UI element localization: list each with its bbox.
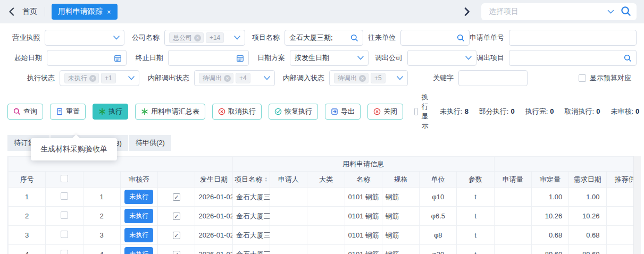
cell-audit[interactable]: 未执行 (120, 207, 157, 226)
end-date-label: 终止日期 (127, 53, 168, 63)
wrap-display-label: 换行显示 (422, 92, 432, 131)
status-button[interactable]: 未执行 (124, 190, 153, 204)
column-header-date: 发生日期 (195, 172, 232, 188)
checked-checkbox[interactable]: ✓ (173, 232, 180, 239)
date-scheme-select[interactable]: 按发生日期 (290, 50, 369, 66)
selected-tag: 待调出× (334, 73, 369, 83)
cell-approvedQty: 10.26 (531, 207, 568, 226)
cell-chk[interactable]: ✓ (158, 188, 195, 207)
tab-home[interactable]: 首页 (22, 7, 37, 16)
execute-button[interactable]: 执行 (93, 104, 128, 120)
search-icon[interactable] (457, 34, 465, 42)
column-header-sel[interactable] (46, 172, 83, 188)
wrap-display-checkbox[interactable]: 换行显示 (414, 92, 432, 131)
remove-tag-icon[interactable]: × (194, 35, 201, 41)
show-budget-checkbox[interactable]: 显示预算对应 (579, 73, 631, 83)
cell-sel[interactable] (46, 188, 83, 207)
export-button[interactable]: 导出 (325, 104, 361, 120)
start-date-input[interactable] (47, 50, 127, 66)
cancel-execute-button[interactable]: 取消执行 (212, 104, 262, 120)
counterpart-unit-input[interactable] (400, 30, 470, 46)
cell-audit[interactable]: 未执行 (120, 226, 157, 245)
close-tab-icon[interactable]: × (107, 8, 111, 16)
select-all-checkbox[interactable] (61, 175, 68, 182)
internal-transfer-in-status-multiselect[interactable]: 待调出× +5 (329, 70, 408, 86)
close-button[interactable]: 关闭 (367, 104, 403, 120)
cell-chk[interactable]: ✓ (158, 245, 195, 254)
cell-sub: 2 (83, 207, 120, 226)
expand-chevron-icon[interactable] (461, 6, 473, 18)
cell-no: 4 (9, 245, 46, 254)
project-select[interactable]: 选择项目 (481, 3, 637, 20)
status-button[interactable]: 未执行 (124, 228, 153, 242)
cell-project: 金石大厦三期 (232, 188, 270, 207)
application-number-input[interactable] (509, 30, 637, 46)
chevron-down-icon (465, 56, 472, 60)
end-date-input[interactable] (168, 50, 249, 66)
query-button[interactable]: 查询 (7, 104, 43, 120)
internal-transfer-out-status-multiselect[interactable]: 待调出× +4 (194, 70, 275, 86)
row-select-checkbox[interactable] (61, 231, 68, 238)
cell-demandDate: 1.00 (569, 188, 606, 207)
calendar-icon[interactable] (114, 54, 122, 62)
cell-demandDate: 89.60 (569, 245, 606, 254)
vertical-scrollbar[interactable] (633, 156, 641, 254)
checked-checkbox[interactable]: ✓ (173, 213, 180, 220)
selected-tag: 待调出× (199, 73, 233, 83)
chevron-down-icon (113, 36, 120, 40)
more-tags-badge: +4 (236, 73, 250, 83)
search-icon[interactable] (350, 34, 358, 42)
checkbox-icon[interactable] (414, 108, 418, 115)
project-name-input[interactable]: 金石大厦三期; (285, 30, 363, 46)
cell-audit[interactable]: 未执行 (120, 188, 157, 207)
remove-tag-icon[interactable]: × (89, 75, 96, 82)
reset-button[interactable]: 重置 (50, 104, 86, 120)
table-row: 22未执行✓2026-01-02金石大厦三期0101 钢筋钢筋φ6.5t10.2… (9, 207, 634, 226)
cell-sel[interactable] (46, 245, 83, 254)
tab-material-application-tracking[interactable]: 用料申请跟踪 × (52, 4, 118, 20)
transfer-out-company-select[interactable] (407, 50, 476, 66)
row-select-checkbox[interactable] (61, 211, 68, 219)
column-header-unit: 单位 (420, 172, 457, 188)
checked-checkbox[interactable]: ✓ (173, 193, 180, 201)
more-tags-badge: +1 (101, 73, 116, 83)
execution-status-multiselect[interactable]: 未执行× +1 (60, 70, 139, 86)
search-icon[interactable] (624, 54, 632, 62)
cell-spec: 钢筋 (382, 207, 419, 226)
column-header-project[interactable]: 项目名称▲▼ (232, 172, 270, 188)
sort-icon[interactable]: ▲▼ (264, 177, 267, 182)
row-select-checkbox[interactable] (61, 192, 68, 200)
cell-unit: φ8 (420, 226, 457, 245)
cell-chk[interactable]: ✓ (158, 207, 195, 226)
cell-approvedQty: 89.60 (531, 245, 568, 254)
cell-chk[interactable]: ✓ (158, 226, 195, 245)
resume-execute-button[interactable]: 恢复执行 (269, 104, 318, 120)
transfer-out-project-input[interactable] (509, 50, 637, 66)
remove-tag-icon[interactable]: × (359, 75, 366, 82)
calendar-icon[interactable] (236, 54, 244, 62)
remove-tag-icon[interactable]: × (224, 75, 231, 82)
material-application-summary-button[interactable]: 用料申请汇总表 (135, 104, 205, 120)
checkbox-icon[interactable] (579, 74, 586, 82)
keyword-input[interactable] (458, 70, 528, 86)
search-icon[interactable] (621, 6, 631, 18)
cell-no: 1 (9, 188, 46, 207)
asterisk-icon (98, 108, 106, 115)
cell-sel[interactable] (46, 207, 83, 226)
topbar-separator (45, 7, 45, 16)
tab-pending-owner-supply[interactable]: 待甲供(2) (129, 135, 171, 151)
cell-param: t (457, 207, 494, 226)
company-name-multiselect[interactable]: 总公司× +14 (164, 30, 245, 46)
cell-audit[interactable]: 未执行 (120, 245, 157, 254)
cell-sel[interactable] (46, 226, 83, 245)
row-select-checkbox[interactable] (61, 250, 68, 254)
cell-date: 2026-01-02 (195, 226, 232, 245)
status-button[interactable]: 未执行 (124, 247, 153, 254)
cell-approvedQty: 1.00 (531, 188, 568, 207)
cell-project: 金石大厦三期 (232, 207, 270, 226)
business-license-select[interactable] (45, 30, 124, 46)
status-button[interactable]: 未执行 (124, 209, 153, 223)
checked-checkbox[interactable]: ✓ (173, 251, 180, 254)
back-chevron-icon[interactable] (5, 6, 17, 18)
asterisk-icon (141, 108, 148, 115)
